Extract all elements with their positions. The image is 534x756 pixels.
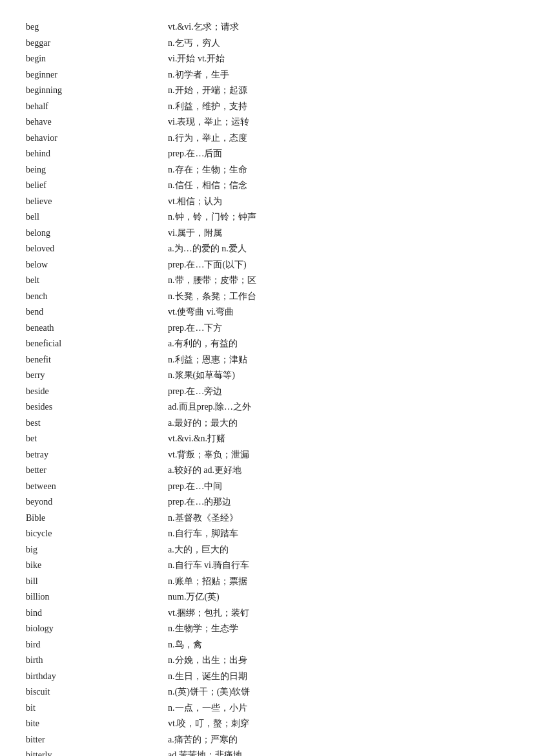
table-row: beingn.存在；生物；生命 [26, 162, 508, 178]
definition: n.信任，相信；信念 [168, 178, 508, 194]
table-row: biscuitn.(英)饼干；(美)软饼 [26, 684, 508, 700]
word: birthday [26, 669, 168, 685]
word: beside [26, 384, 168, 400]
word: bit [26, 700, 168, 717]
definition: prep.在…中间 [168, 479, 508, 495]
word: bird [26, 637, 168, 653]
definition: vt.使弯曲 vi.弯曲 [168, 304, 508, 320]
word: being [26, 162, 168, 178]
word: benefit [26, 352, 168, 368]
table-row: betweenprep.在…中间 [26, 479, 508, 495]
word: believe [26, 194, 168, 210]
table-row: bettera.较好的 ad.更好地 [26, 463, 508, 479]
table-row: beginvi.开始 vt.开始 [26, 51, 508, 67]
word: belt [26, 273, 168, 289]
word: behave [26, 114, 168, 131]
definition: vi.属于，附属 [168, 226, 508, 242]
table-row: beginnern.初学者，生手 [26, 67, 508, 83]
definition: n.自行车，脚踏车 [168, 526, 508, 542]
definition: n.行为，举止，态度 [168, 131, 508, 147]
word: better [26, 463, 168, 479]
word: behalf [26, 99, 168, 115]
table-row: benefitn.利益；恩惠；津贴 [26, 352, 508, 368]
table-row: birthn.分娩，出生；出身 [26, 653, 508, 669]
word: bitterly [26, 748, 168, 756]
word: betray [26, 447, 168, 463]
definition: n.乞丐，穷人 [168, 36, 508, 52]
definition: n.初学者，生手 [168, 67, 508, 83]
table-row: besideprep.在…旁边 [26, 384, 508, 400]
table-row: behaviorn.行为，举止，态度 [26, 131, 508, 147]
word: beggar [26, 36, 168, 52]
table-row: behalfn.利益，维护，支持 [26, 99, 508, 115]
word: bicycle [26, 526, 168, 542]
word: bike [26, 558, 168, 574]
table-row: bitterlyad.苦苦地；悲痛地 [26, 748, 508, 756]
word: bill [26, 574, 168, 590]
word: birth [26, 653, 168, 669]
table-row: beltn.带，腰带；皮带；区 [26, 273, 508, 289]
definition: vt.&vi.&n.打赌 [168, 431, 508, 447]
word: beyond [26, 494, 168, 510]
definition: n.自行车 vi.骑自行车 [168, 558, 508, 574]
word: beloved [26, 241, 168, 257]
definition: n.带，腰带；皮带；区 [168, 273, 508, 289]
definition: ad.苦苦地；悲痛地 [168, 748, 508, 756]
word: biology [26, 621, 168, 637]
definition: n.浆果(如草莓等) [168, 368, 508, 384]
definition: n.利益，维护，支持 [168, 99, 508, 115]
definition: vi.开始 vt.开始 [168, 51, 508, 67]
word: biscuit [26, 684, 168, 700]
word: begin [26, 51, 168, 67]
table-row: begvt.&vi.乞求；请求 [26, 19, 508, 36]
table-row: biologyn.生物学；生态学 [26, 621, 508, 637]
definition: vt.捆绑；包扎；装钉 [168, 605, 508, 622]
definition: vt.相信；认为 [168, 194, 508, 210]
definition: prep.在…下面(以下) [168, 257, 508, 273]
word: Bible [26, 510, 168, 527]
table-row: besta.最好的；最大的 [26, 415, 508, 432]
definition: prep.在…旁边 [168, 384, 508, 400]
definition: n.(英)饼干；(美)软饼 [168, 684, 508, 700]
table-row: bicyclen.自行车，脚踏车 [26, 526, 508, 542]
word: beginning [26, 83, 168, 99]
definition: n.账单；招贴；票据 [168, 574, 508, 590]
table-row: billn.账单；招贴；票据 [26, 574, 508, 590]
word: belief [26, 178, 168, 194]
table-row: bendvt.使弯曲 vi.弯曲 [26, 304, 508, 320]
table-row: beneathprep.在…下方 [26, 320, 508, 337]
definition: a.大的，巨大的 [168, 542, 508, 558]
table-row: beloveda.为…的爱的 n.爱人 [26, 241, 508, 257]
word: belong [26, 226, 168, 242]
table-row: belowprep.在…下面(以下) [26, 257, 508, 273]
word: between [26, 479, 168, 495]
table-row: birthdayn.生日，诞生的日期 [26, 669, 508, 685]
word: bind [26, 605, 168, 622]
table-row: believevt.相信；认为 [26, 194, 508, 210]
definition: n.分娩，出生；出身 [168, 653, 508, 669]
definition: n.生物学；生态学 [168, 621, 508, 637]
definition: n.基督教《圣经》 [168, 510, 508, 527]
definition: prep.在…后面 [168, 146, 508, 162]
table-row: behindprep.在…后面 [26, 146, 508, 162]
table-row: belongvi.属于，附属 [26, 226, 508, 242]
word: bend [26, 304, 168, 320]
definition: prep.在…下方 [168, 320, 508, 337]
table-row: bindvt.捆绑；包扎；装钉 [26, 605, 508, 622]
table-row: beginningn.开始，开端；起源 [26, 83, 508, 99]
table-row: betrayvt.背叛；辜负；泄漏 [26, 447, 508, 463]
table-row: bittera.痛苦的；严寒的 [26, 732, 508, 748]
table-row: billionnum.万亿(英) [26, 589, 508, 605]
definition: n.钟，铃，门铃；钟声 [168, 209, 508, 226]
definition: n.利益；恩惠；津贴 [168, 352, 508, 368]
word: besides [26, 399, 168, 415]
definition: vt.咬，叮，螯；刺穿 [168, 716, 508, 732]
definition: num.万亿(英) [168, 589, 508, 605]
definition: a.有利的，有益的 [168, 336, 508, 352]
word: big [26, 542, 168, 558]
table-row: beneficiala.有利的，有益的 [26, 336, 508, 352]
word: best [26, 415, 168, 432]
table-row: biken.自行车 vi.骑自行车 [26, 558, 508, 574]
word: beginner [26, 67, 168, 83]
table-row: beggarn.乞丐，穷人 [26, 36, 508, 52]
